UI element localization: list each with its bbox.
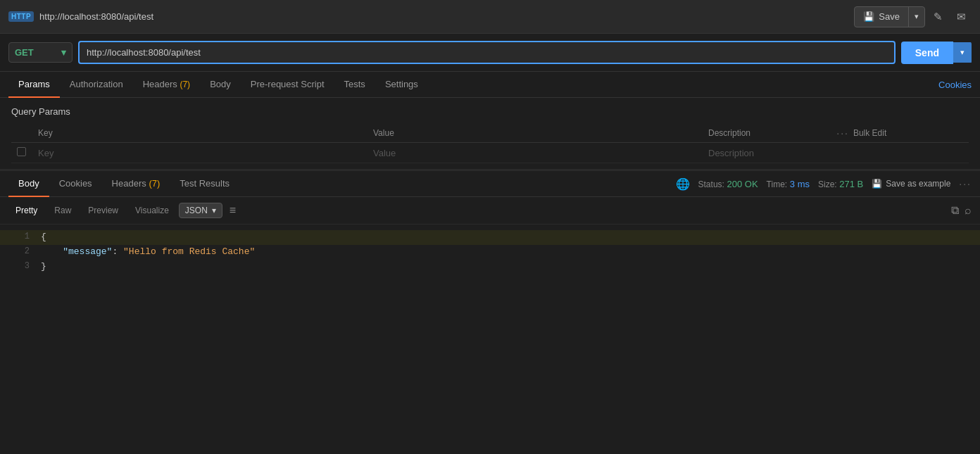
cookies-link[interactable]: Cookies (938, 80, 972, 90)
resp-headers-badge: (7) (149, 178, 160, 189)
key-col-header: Key (32, 124, 367, 143)
tab-settings[interactable]: Settings (375, 72, 428, 98)
code-colon: : (112, 246, 123, 257)
value-input[interactable]: Value (367, 143, 703, 163)
save-button[interactable]: 💾 Save (855, 7, 908, 26)
headers-badge: (7) (180, 80, 190, 89)
time-label: Time: 3 ms (767, 179, 810, 189)
fmt-tab-preview[interactable]: Preview (81, 203, 125, 218)
size-value: 271 B (839, 179, 863, 189)
resp-tab-body[interactable]: Body (8, 171, 49, 197)
tab-headers[interactable]: Headers (7) (133, 72, 200, 98)
response-tabs-bar: Body Cookies Headers (7) Test Results 🌐 … (0, 171, 980, 197)
code-key: "message" (41, 246, 112, 257)
url-input[interactable] (80, 42, 894, 63)
save-dropdown-button[interactable]: ▾ (909, 8, 924, 25)
method-dropdown[interactable]: GET POST PUT DELETE PATCH (15, 47, 57, 58)
filter-icon[interactable]: ≡ (225, 203, 240, 218)
line-num-2: 2 (8, 245, 30, 258)
save-example-label: Save as example (886, 179, 950, 189)
fmt-tab-visualize[interactable]: Visualize (128, 203, 176, 218)
edit-button[interactable]: ✎ (928, 6, 948, 27)
format-chevron-icon: ▾ (212, 206, 216, 215)
params-table: Key Value Description ··· Bulk Edit Key … (11, 124, 969, 163)
desc-col-header: Description (703, 124, 831, 143)
save-example-button[interactable]: 💾 Save as example (872, 179, 950, 189)
save-disk-icon: 💾 (863, 11, 874, 22)
dots-icon: ··· (836, 127, 849, 139)
code-line-1: 1 { (0, 230, 980, 245)
top-bar: HTTP http://localhost:8080/api/test 💾 Sa… (0, 0, 980, 34)
table-row: Key Value Description (11, 143, 969, 163)
method-selector[interactable]: GET POST PUT DELETE PATCH ▾ (8, 42, 73, 63)
request-tabs: Params Authorization Headers (7) Body Pr… (0, 72, 980, 98)
line-num-3: 3 (8, 260, 30, 273)
value-col-header: Value (367, 124, 703, 143)
comment-button[interactable]: ✉ (951, 6, 972, 27)
tab-authorization[interactable]: Authorization (60, 72, 133, 98)
send-button[interactable]: Send (901, 42, 953, 64)
more-options-button[interactable]: ··· (959, 178, 972, 189)
code-line-2: 2 "message": "Hello from Redis Cache" (0, 245, 980, 260)
fmt-tab-pretty[interactable]: Pretty (8, 203, 44, 218)
code-text-3: } (41, 260, 46, 275)
format-dropdown[interactable]: JSON XML HTML Text (185, 206, 208, 215)
url-bar: GET POST PUT DELETE PATCH ▾ Send ▾ (0, 34, 980, 72)
globe-icon: 🌐 (676, 177, 690, 191)
tab-tests[interactable]: Tests (334, 72, 375, 98)
status-label: Status: 200 OK (698, 179, 758, 189)
tab-params[interactable]: Params (8, 72, 60, 98)
copy-icon[interactable]: ⧉ (951, 204, 959, 217)
desc-input[interactable]: Description (703, 143, 831, 163)
row-actions (831, 143, 969, 163)
time-value: 3 ms (790, 179, 810, 189)
send-dropdown-button[interactable]: ▾ (953, 42, 972, 63)
save-disk-resp-icon: 💾 (872, 179, 882, 189)
response-meta: 🌐 Status: 200 OK Time: 3 ms Size: 271 B … (676, 177, 972, 191)
key-input[interactable]: Key (32, 143, 367, 163)
search-icon[interactable]: ⌕ (965, 204, 972, 217)
bulk-edit-header: ··· Bulk Edit (831, 124, 969, 143)
top-bar-actions: 💾 Save ▾ ✎ ✉ (854, 6, 972, 27)
status-code: 200 OK (727, 179, 758, 189)
fmt-tab-raw[interactable]: Raw (47, 203, 78, 218)
query-params-title: Query Params (11, 106, 969, 117)
query-params-section: Query Params Key Value Description ··· B… (0, 98, 980, 170)
code-editor: 1 { 2 "message": "Hello from Redis Cache… (0, 225, 980, 279)
bulk-edit-button[interactable]: Bulk Edit (853, 128, 886, 138)
code-value: "Hello from Redis Cache" (123, 246, 255, 257)
code-text-1: { (41, 230, 46, 245)
resp-tab-cookies[interactable]: Cookies (49, 171, 102, 197)
resp-tab-headers[interactable]: Headers (7) (102, 171, 170, 197)
line-num-1: 1 (8, 230, 30, 244)
save-label: Save (879, 11, 900, 22)
checkbox-col-header (11, 124, 32, 143)
format-tabs: Pretty Raw Preview Visualize JSON XML HT… (0, 197, 980, 225)
save-button-group: 💾 Save ▾ (854, 6, 925, 27)
code-line-3: 3 } (0, 260, 980, 275)
send-button-group: Send ▾ (901, 42, 972, 64)
url-input-container (78, 41, 896, 64)
tab-prerequest[interactable]: Pre-request Script (241, 72, 334, 98)
tab-body[interactable]: Body (200, 72, 241, 98)
size-label: Size: 271 B (818, 179, 863, 189)
code-text-2: "message": "Hello from Redis Cache" (41, 245, 255, 260)
top-bar-url: http://localhost:8080/api/test (39, 11, 153, 22)
format-selector[interactable]: JSON XML HTML Text ▾ (179, 203, 222, 218)
resp-tab-testresults[interactable]: Test Results (170, 171, 239, 197)
row-checkbox[interactable] (11, 143, 32, 163)
format-actions: ⧉ ⌕ (951, 204, 972, 217)
response-section: Body Cookies Headers (7) Test Results 🌐 … (0, 170, 980, 279)
http-icon: HTTP (8, 11, 34, 22)
method-chevron-icon: ▾ (61, 47, 66, 58)
top-bar-title: HTTP http://localhost:8080/api/test (8, 11, 848, 22)
